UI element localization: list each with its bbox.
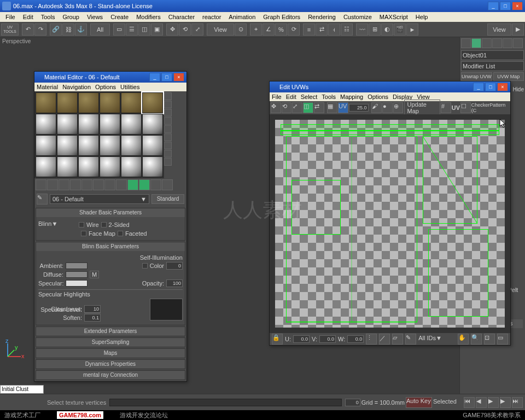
rotate-icon[interactable]: ⟲ <box>179 24 191 36</box>
modifier-list-dropdown[interactable] <box>461 61 524 71</box>
material-slot[interactable] <box>57 156 78 177</box>
menu-item[interactable]: Group <box>59 13 83 21</box>
maxscript-prompt[interactable]: Initial Clust <box>0 385 44 394</box>
assign-mat-icon[interactable] <box>59 179 69 190</box>
spinner-snap-icon[interactable]: ⟳ <box>288 24 300 36</box>
menu-item[interactable]: Customize <box>340 13 375 21</box>
opacity-spinner[interactable] <box>166 279 183 287</box>
prev-frame-icon[interactable]: ◀ <box>476 397 487 408</box>
curve-editor-icon[interactable]: 〰 <box>356 24 368 36</box>
mat-map-nav-icon[interactable] <box>164 158 172 166</box>
uv-grid-icon[interactable]: # <box>441 102 451 113</box>
menu-item[interactable]: Animation <box>225 13 259 21</box>
background-icon[interactable] <box>164 109 172 116</box>
material-slot[interactable] <box>142 135 163 156</box>
material-slot[interactable] <box>121 156 142 177</box>
uv-rotate-icon[interactable]: ⟲ <box>282 102 292 113</box>
selfillum-spinner[interactable] <box>166 262 183 270</box>
uv-face-icon[interactable]: ▱ <box>392 334 403 345</box>
hide-label[interactable]: Hide <box>512 86 524 92</box>
uv-menu[interactable]: File <box>272 94 282 100</box>
undo-icon[interactable]: ↶ <box>22 24 34 36</box>
time-slider[interactable] <box>109 399 342 406</box>
rollout-mentalray[interactable]: mental ray Connection <box>36 371 185 380</box>
schematic-icon[interactable]: ⊞ <box>369 24 381 36</box>
material-slot[interactable] <box>78 156 99 177</box>
put-library-icon[interactable] <box>104 179 115 190</box>
uv-zoomext-icon[interactable]: ⊡ <box>484 334 495 345</box>
shader-rollout-header[interactable]: Shader Basic Parameters <box>36 208 185 217</box>
material-slot[interactable] <box>78 114 99 135</box>
uv-angle-spinner[interactable] <box>349 104 369 112</box>
select-name-icon[interactable]: ☰ <box>126 24 138 36</box>
menu-item[interactable]: Views <box>84 13 106 21</box>
make-unique-icon[interactable] <box>93 179 104 190</box>
link-icon[interactable]: 🔗 <box>50 24 62 36</box>
u-spinner[interactable] <box>293 335 310 343</box>
wire-checkbox[interactable] <box>79 222 84 228</box>
soften-spinner[interactable] <box>84 314 101 322</box>
uv-lock-icon[interactable]: 🔒 <box>272 334 283 345</box>
material-slot[interactable] <box>78 92 99 113</box>
select-by-mat-icon[interactable] <box>164 150 172 158</box>
mat-maximize-button[interactable]: □ <box>161 73 172 81</box>
w-spinner[interactable] <box>347 335 364 343</box>
specular-swatch[interactable] <box>66 280 88 287</box>
go-parent-icon[interactable] <box>150 179 161 190</box>
menu-item[interactable]: Rendering <box>305 13 339 21</box>
uv-edge-icon[interactable]: ／ <box>379 334 390 345</box>
uv-menu[interactable]: Select <box>301 94 318 100</box>
get-material-icon[interactable] <box>36 179 46 190</box>
close-button[interactable]: × <box>512 2 523 10</box>
uv-minimize-button[interactable]: _ <box>473 83 484 91</box>
menu-item[interactable]: Help <box>412 13 431 21</box>
uv-scale-icon[interactable]: ⤢ <box>292 102 302 113</box>
sample-uv-icon[interactable] <box>164 117 172 125</box>
mat-close-button[interactable]: × <box>173 73 184 81</box>
motion-tab-icon[interactable] <box>492 38 502 48</box>
material-type-button[interactable]: Standard <box>151 194 184 204</box>
scale-icon[interactable]: ⤢ <box>191 24 203 36</box>
object-name-input[interactable] <box>461 50 524 60</box>
menu-item[interactable]: Create <box>107 13 132 21</box>
uv-close-button[interactable]: × <box>497 83 508 91</box>
menu-item[interactable]: Tools <box>38 13 59 21</box>
hierarchy-tab-icon[interactable] <box>482 38 492 48</box>
modifier-unwrap[interactable]: Unwrap UVW <box>461 72 492 81</box>
window-crossing-icon[interactable]: ▣ <box>151 24 163 36</box>
uv-relax-icon[interactable]: ⊕ <box>393 102 404 113</box>
sample-type-icon[interactable] <box>164 92 172 100</box>
goto-end-icon[interactable]: ⏭ <box>512 397 523 408</box>
modifier-uvwmap[interactable]: UVW Map <box>493 72 524 81</box>
quick-render-icon[interactable]: ► <box>406 24 418 36</box>
checker-label[interactable]: CheckerPattern (C <box>471 102 509 113</box>
mat-id-icon[interactable] <box>116 179 127 190</box>
diffuse-swatch[interactable] <box>66 271 88 278</box>
material-slot[interactable] <box>121 92 142 113</box>
material-slot[interactable] <box>100 114 120 135</box>
uv-zoomregion-icon[interactable]: ▭ <box>497 334 508 345</box>
unlink-icon[interactable]: ⛓ <box>62 24 74 36</box>
video-check-icon[interactable] <box>164 125 172 133</box>
keymode-dropdown[interactable]: Selected <box>433 398 463 407</box>
faceted-checkbox[interactable] <box>118 231 123 236</box>
uvtools-button[interactable]: UVTOOLS <box>1 24 19 36</box>
uv-vert-icon[interactable]: ⋮ <box>366 334 377 345</box>
material-slot[interactable] <box>36 135 56 156</box>
uv-mirror-icon[interactable]: ⇄ <box>314 102 324 113</box>
uv-paint-icon[interactable]: ● <box>382 102 393 113</box>
menu-item[interactable]: Modifiers <box>133 13 164 21</box>
reset-map-icon[interactable] <box>70 179 81 190</box>
move-icon[interactable]: ✥ <box>166 24 178 36</box>
mat-minimize-button[interactable]: _ <box>149 73 160 81</box>
v-spinner[interactable] <box>319 335 336 343</box>
rollout-supersampling[interactable]: SuperSampling <box>36 338 185 347</box>
backlight-icon[interactable] <box>164 101 172 108</box>
go-sibling-icon[interactable] <box>162 179 173 190</box>
frame-input[interactable] <box>345 399 360 406</box>
material-slot[interactable] <box>121 114 142 135</box>
minimize-button[interactable]: _ <box>488 2 499 10</box>
uv-menu[interactable]: Mapping <box>340 94 363 100</box>
select-icon[interactable]: ▭ <box>113 24 125 36</box>
mat-menu[interactable]: Material <box>37 84 58 90</box>
